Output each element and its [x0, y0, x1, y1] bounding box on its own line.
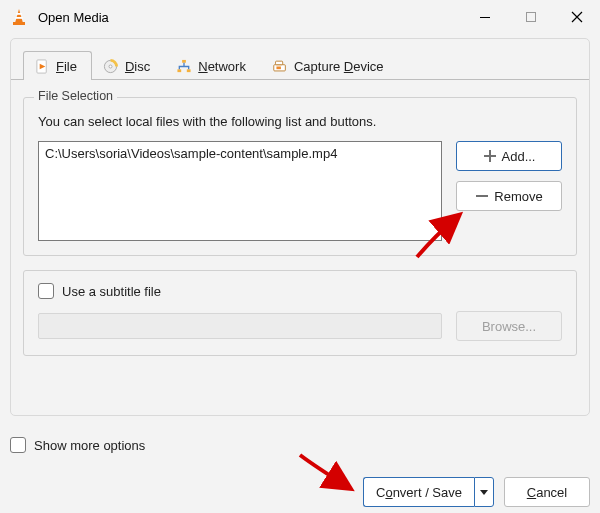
plus-icon	[483, 149, 497, 163]
convert-save-dropdown[interactable]	[474, 477, 494, 507]
minimize-button[interactable]	[462, 0, 508, 34]
svg-rect-1	[13, 22, 25, 25]
tab-label: Network	[198, 59, 246, 74]
capture-icon	[272, 58, 288, 74]
svg-rect-14	[275, 61, 282, 65]
svg-rect-15	[276, 66, 280, 69]
file-icon	[34, 58, 50, 74]
bottom-bar: Show more options Convert / Save Cancel	[10, 437, 590, 507]
tab-file[interactable]: File	[23, 51, 92, 80]
chevron-down-icon	[479, 487, 489, 497]
svg-rect-4	[480, 17, 490, 18]
file-list[interactable]: C:\Users\soria\Videos\sample-content\sam…	[38, 141, 442, 241]
tab-label: File	[56, 59, 77, 74]
svg-rect-12	[187, 69, 191, 72]
show-more-options-checkbox[interactable]	[10, 437, 26, 453]
subtitle-checkbox-label: Use a subtitle file	[62, 284, 161, 299]
tab-label: Capture Device	[294, 59, 384, 74]
convert-save-split-button[interactable]: Convert / Save	[363, 477, 494, 507]
minus-icon	[475, 189, 489, 203]
svg-point-9	[109, 65, 112, 68]
button-label: Add...	[502, 149, 536, 164]
file-selection-group: File Selection You can select local file…	[23, 97, 577, 256]
show-more-options-label: Show more options	[34, 438, 145, 453]
button-label: Browse...	[482, 319, 536, 334]
remove-button[interactable]: Remove	[456, 181, 562, 211]
file-selection-hint: You can select local files with the foll…	[38, 114, 562, 129]
add-button[interactable]: Add...	[456, 141, 562, 171]
button-label: Convert / Save	[376, 485, 462, 500]
tab-bar: File Disc Network	[23, 49, 577, 79]
annotation-arrow	[294, 449, 358, 499]
title-bar: Open Media	[0, 0, 600, 34]
window-title: Open Media	[38, 10, 109, 25]
tab-label: Disc	[125, 59, 150, 74]
svg-rect-11	[178, 69, 182, 72]
file-list-item[interactable]: C:\Users\soria\Videos\sample-content\sam…	[45, 146, 435, 161]
subtitle-group: Use a subtitle file Browse...	[23, 270, 577, 356]
window-controls	[462, 0, 600, 34]
vlc-cone-icon	[10, 8, 28, 26]
svg-rect-5	[527, 13, 536, 22]
tab-network[interactable]: Network	[165, 51, 261, 80]
close-button[interactable]	[554, 0, 600, 34]
group-title: File Selection	[34, 89, 117, 103]
svg-marker-0	[15, 9, 23, 23]
tab-capture-device[interactable]: Capture Device	[261, 51, 399, 80]
maximize-button[interactable]	[508, 0, 554, 34]
svg-rect-2	[16, 13, 22, 15]
svg-rect-3	[15, 17, 22, 19]
cancel-button[interactable]: Cancel	[504, 477, 590, 507]
convert-save-button[interactable]: Convert / Save	[363, 477, 474, 507]
svg-rect-10	[182, 59, 186, 62]
disc-icon	[103, 58, 119, 74]
tab-disc[interactable]: Disc	[92, 51, 165, 80]
subtitle-checkbox[interactable]	[38, 283, 54, 299]
button-label: Cancel	[527, 485, 567, 500]
browse-button: Browse...	[456, 311, 562, 341]
main-panel: File Disc Network	[10, 38, 590, 416]
svg-marker-18	[480, 490, 488, 495]
subtitle-path-field	[38, 313, 442, 339]
network-icon	[176, 58, 192, 74]
button-label: Remove	[494, 189, 542, 204]
